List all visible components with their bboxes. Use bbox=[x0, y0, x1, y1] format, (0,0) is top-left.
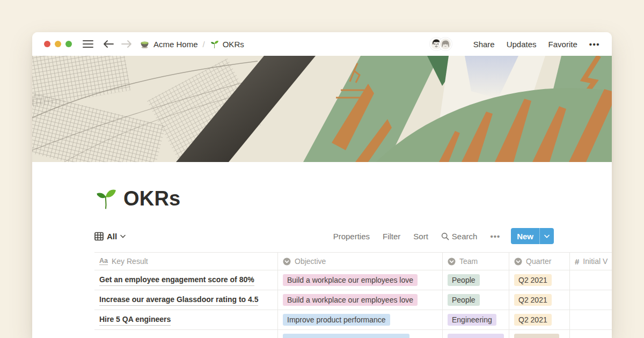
quarter-tag[interactable] bbox=[514, 334, 559, 338]
favorite-button[interactable]: Favorite bbox=[548, 40, 577, 49]
breadcrumb: Acme Home / OKRs bbox=[140, 39, 244, 49]
page-title[interactable]: OKRs bbox=[123, 187, 180, 210]
team-cell[interactable]: People bbox=[442, 270, 509, 290]
back-arrow-icon[interactable] bbox=[103, 40, 114, 48]
objective-cell[interactable]: Improve product performance bbox=[277, 310, 442, 329]
quarter-tag[interactable]: Q2 2021 bbox=[514, 314, 552, 326]
window-titlebar: Acme Home / OKRs bbox=[32, 32, 612, 56]
key-result-cell[interactable]: Hire 5 QA engineers bbox=[94, 310, 277, 329]
quarter-cell[interactable] bbox=[509, 330, 569, 338]
new-button-chevron-icon[interactable] bbox=[540, 228, 554, 244]
objective-tag[interactable] bbox=[283, 334, 409, 338]
quarter-tag[interactable]: Q2 2021 bbox=[514, 294, 552, 306]
okr-table: Aa Key Result Objective Team bbox=[94, 252, 612, 338]
traffic-lights bbox=[44, 41, 72, 47]
page-cover-image[interactable] bbox=[32, 56, 612, 162]
close-window-button[interactable] bbox=[44, 41, 50, 47]
breadcrumb-workspace[interactable]: Acme Home bbox=[153, 40, 198, 49]
team-cell[interactable]: People bbox=[442, 290, 509, 310]
avatar-user-2[interactable] bbox=[439, 38, 452, 50]
column-header-initial-value[interactable]: # Initial V bbox=[569, 253, 612, 270]
key-result-cell[interactable]: Get an employee engagement score of 80% bbox=[94, 270, 277, 290]
zoom-window-button[interactable] bbox=[65, 41, 72, 47]
initial-value-cell[interactable] bbox=[569, 330, 612, 338]
share-button[interactable]: Share bbox=[473, 40, 495, 49]
table-view-icon bbox=[94, 232, 104, 241]
collaborator-avatars bbox=[430, 38, 452, 50]
breadcrumb-separator: / bbox=[202, 40, 206, 49]
breadcrumb-page[interactable]: OKRs bbox=[223, 40, 244, 49]
initial-value-cell[interactable] bbox=[569, 310, 612, 329]
search-icon bbox=[441, 232, 449, 240]
select-property-icon bbox=[283, 258, 291, 266]
minimize-window-button[interactable] bbox=[55, 41, 61, 47]
table-row-partial bbox=[94, 329, 612, 338]
team-tag[interactable] bbox=[448, 334, 504, 338]
team-cell[interactable] bbox=[442, 330, 509, 338]
column-header-key-result[interactable]: Aa Key Result bbox=[94, 253, 277, 270]
objective-tag[interactable]: Improve product performance bbox=[283, 314, 390, 326]
objective-tag[interactable]: Build a workplace our employees love bbox=[283, 294, 418, 306]
objective-cell[interactable]: Build a workplace our employees love bbox=[277, 290, 442, 310]
view-switcher[interactable]: All bbox=[94, 232, 126, 241]
toolbar-more-button[interactable]: ••• bbox=[490, 232, 500, 241]
database-toolbar: All Properties Filter Sort Search ••• Ne… bbox=[94, 227, 612, 245]
properties-button[interactable]: Properties bbox=[333, 232, 370, 241]
text-property-icon: Aa bbox=[99, 258, 108, 266]
seedling-icon bbox=[210, 40, 219, 49]
key-result-cell[interactable] bbox=[94, 330, 277, 338]
page-header: OKRs bbox=[94, 186, 612, 211]
chevron-down-icon bbox=[120, 234, 126, 238]
number-property-icon: # bbox=[575, 257, 579, 266]
team-tag[interactable]: People bbox=[448, 274, 480, 286]
column-header-team[interactable]: Team bbox=[442, 253, 509, 270]
quarter-tag[interactable]: Q2 2021 bbox=[514, 274, 552, 286]
filter-button[interactable]: Filter bbox=[383, 232, 400, 241]
new-button[interactable]: New bbox=[511, 228, 554, 244]
view-name: All bbox=[107, 232, 117, 241]
table-header-row: Aa Key Result Objective Team bbox=[94, 252, 612, 270]
quarter-cell[interactable]: Q2 2021 bbox=[509, 270, 569, 290]
more-options-button[interactable]: ••• bbox=[589, 40, 600, 49]
initial-value-cell[interactable] bbox=[569, 270, 612, 290]
search-button[interactable]: Search bbox=[441, 232, 478, 241]
quarter-cell[interactable]: Q2 2021 bbox=[509, 310, 569, 329]
team-cell[interactable]: Engineering bbox=[442, 310, 509, 329]
table-row: Hire 5 QA engineers Improve product perf… bbox=[94, 310, 612, 329]
column-header-objective[interactable]: Objective bbox=[277, 253, 442, 270]
workspace-pot-icon bbox=[140, 39, 150, 49]
select-property-icon bbox=[514, 258, 522, 266]
app-window: Acme Home / OKRs bbox=[32, 32, 612, 338]
forward-arrow-icon[interactable] bbox=[121, 40, 132, 48]
page-icon-seedling[interactable] bbox=[94, 187, 117, 210]
select-property-icon bbox=[448, 258, 456, 266]
team-tag[interactable]: Engineering bbox=[448, 314, 496, 326]
objective-tag[interactable]: Build a workplace our employees love bbox=[283, 274, 418, 286]
sort-button[interactable]: Sort bbox=[413, 232, 428, 241]
objective-cell[interactable]: Build a workplace our employees love bbox=[277, 270, 442, 290]
quarter-cell[interactable]: Q2 2021 bbox=[509, 290, 569, 310]
team-tag[interactable]: People bbox=[448, 294, 480, 306]
initial-value-cell[interactable] bbox=[569, 290, 612, 310]
column-header-quarter[interactable]: Quarter bbox=[509, 253, 569, 270]
objective-cell[interactable] bbox=[277, 330, 442, 338]
key-result-cell[interactable]: Increase our average Glassdoor rating to… bbox=[94, 290, 277, 310]
updates-button[interactable]: Updates bbox=[507, 40, 537, 49]
table-row: Get an employee engagement score of 80% … bbox=[94, 270, 612, 290]
search-label: Search bbox=[452, 232, 478, 241]
sidebar-menu-icon[interactable] bbox=[83, 40, 93, 48]
table-row: Increase our average Glassdoor rating to… bbox=[94, 290, 612, 310]
new-button-label[interactable]: New bbox=[511, 228, 539, 244]
